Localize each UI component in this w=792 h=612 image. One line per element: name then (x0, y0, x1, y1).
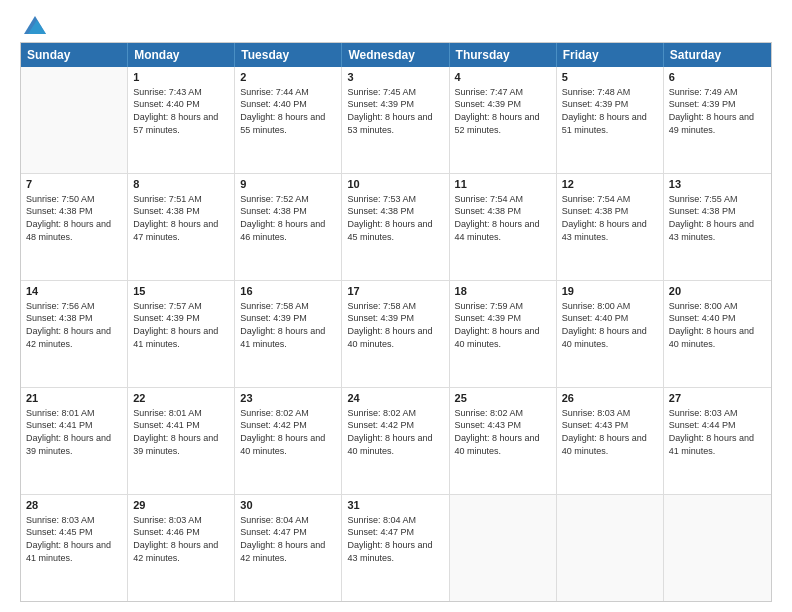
day-number: 19 (562, 284, 658, 299)
day-number: 4 (455, 70, 551, 85)
cell-info: Sunrise: 7:51 AMSunset: 4:38 PMDaylight:… (133, 193, 229, 243)
day-number: 29 (133, 498, 229, 513)
calendar-row: 28Sunrise: 8:03 AMSunset: 4:45 PMDayligh… (21, 494, 771, 601)
weekday-header: Saturday (664, 43, 771, 67)
weekday-header: Monday (128, 43, 235, 67)
calendar-cell: 5Sunrise: 7:48 AMSunset: 4:39 PMDaylight… (557, 67, 664, 173)
header (20, 16, 772, 32)
day-number: 11 (455, 177, 551, 192)
day-number: 9 (240, 177, 336, 192)
calendar-cell: 6Sunrise: 7:49 AMSunset: 4:39 PMDaylight… (664, 67, 771, 173)
calendar-cell: 26Sunrise: 8:03 AMSunset: 4:43 PMDayligh… (557, 388, 664, 494)
cell-info: Sunrise: 7:54 AMSunset: 4:38 PMDaylight:… (455, 193, 551, 243)
calendar-cell: 8Sunrise: 7:51 AMSunset: 4:38 PMDaylight… (128, 174, 235, 280)
day-number: 26 (562, 391, 658, 406)
cell-info: Sunrise: 8:02 AMSunset: 4:42 PMDaylight:… (347, 407, 443, 457)
cell-info: Sunrise: 8:00 AMSunset: 4:40 PMDaylight:… (669, 300, 766, 350)
cell-info: Sunrise: 8:01 AMSunset: 4:41 PMDaylight:… (26, 407, 122, 457)
calendar-body: 1Sunrise: 7:43 AMSunset: 4:40 PMDaylight… (21, 67, 771, 601)
calendar-cell: 13Sunrise: 7:55 AMSunset: 4:38 PMDayligh… (664, 174, 771, 280)
day-number: 6 (669, 70, 766, 85)
logo (20, 16, 46, 32)
day-number: 16 (240, 284, 336, 299)
calendar-cell: 19Sunrise: 8:00 AMSunset: 4:40 PMDayligh… (557, 281, 664, 387)
cell-info: Sunrise: 7:47 AMSunset: 4:39 PMDaylight:… (455, 86, 551, 136)
calendar-cell: 10Sunrise: 7:53 AMSunset: 4:38 PMDayligh… (342, 174, 449, 280)
calendar: SundayMondayTuesdayWednesdayThursdayFrid… (20, 42, 772, 602)
calendar-row: 21Sunrise: 8:01 AMSunset: 4:41 PMDayligh… (21, 387, 771, 494)
calendar-row: 1Sunrise: 7:43 AMSunset: 4:40 PMDaylight… (21, 67, 771, 173)
cell-info: Sunrise: 7:56 AMSunset: 4:38 PMDaylight:… (26, 300, 122, 350)
calendar-cell: 16Sunrise: 7:58 AMSunset: 4:39 PMDayligh… (235, 281, 342, 387)
cell-info: Sunrise: 7:49 AMSunset: 4:39 PMDaylight:… (669, 86, 766, 136)
calendar-cell: 9Sunrise: 7:52 AMSunset: 4:38 PMDaylight… (235, 174, 342, 280)
day-number: 20 (669, 284, 766, 299)
calendar-cell: 18Sunrise: 7:59 AMSunset: 4:39 PMDayligh… (450, 281, 557, 387)
cell-info: Sunrise: 8:04 AMSunset: 4:47 PMDaylight:… (347, 514, 443, 564)
calendar-cell: 7Sunrise: 7:50 AMSunset: 4:38 PMDaylight… (21, 174, 128, 280)
cell-info: Sunrise: 7:50 AMSunset: 4:38 PMDaylight:… (26, 193, 122, 243)
calendar-cell: 24Sunrise: 8:02 AMSunset: 4:42 PMDayligh… (342, 388, 449, 494)
day-number: 22 (133, 391, 229, 406)
calendar-cell: 22Sunrise: 8:01 AMSunset: 4:41 PMDayligh… (128, 388, 235, 494)
cell-info: Sunrise: 8:02 AMSunset: 4:42 PMDaylight:… (240, 407, 336, 457)
day-number: 31 (347, 498, 443, 513)
calendar-cell: 1Sunrise: 7:43 AMSunset: 4:40 PMDaylight… (128, 67, 235, 173)
day-number: 15 (133, 284, 229, 299)
cell-info: Sunrise: 7:55 AMSunset: 4:38 PMDaylight:… (669, 193, 766, 243)
calendar-header: SundayMondayTuesdayWednesdayThursdayFrid… (21, 43, 771, 67)
day-number: 5 (562, 70, 658, 85)
calendar-cell: 11Sunrise: 7:54 AMSunset: 4:38 PMDayligh… (450, 174, 557, 280)
day-number: 1 (133, 70, 229, 85)
calendar-cell (664, 495, 771, 601)
calendar-row: 14Sunrise: 7:56 AMSunset: 4:38 PMDayligh… (21, 280, 771, 387)
calendar-cell: 30Sunrise: 8:04 AMSunset: 4:47 PMDayligh… (235, 495, 342, 601)
weekday-header: Wednesday (342, 43, 449, 67)
day-number: 7 (26, 177, 122, 192)
cell-info: Sunrise: 7:58 AMSunset: 4:39 PMDaylight:… (347, 300, 443, 350)
day-number: 28 (26, 498, 122, 513)
day-number: 14 (26, 284, 122, 299)
calendar-cell: 4Sunrise: 7:47 AMSunset: 4:39 PMDaylight… (450, 67, 557, 173)
logo-icon (24, 16, 46, 34)
calendar-cell: 25Sunrise: 8:02 AMSunset: 4:43 PMDayligh… (450, 388, 557, 494)
cell-info: Sunrise: 7:54 AMSunset: 4:38 PMDaylight:… (562, 193, 658, 243)
cell-info: Sunrise: 7:59 AMSunset: 4:39 PMDaylight:… (455, 300, 551, 350)
calendar-cell: 14Sunrise: 7:56 AMSunset: 4:38 PMDayligh… (21, 281, 128, 387)
calendar-cell (450, 495, 557, 601)
calendar-cell: 17Sunrise: 7:58 AMSunset: 4:39 PMDayligh… (342, 281, 449, 387)
calendar-cell: 20Sunrise: 8:00 AMSunset: 4:40 PMDayligh… (664, 281, 771, 387)
cell-info: Sunrise: 8:03 AMSunset: 4:46 PMDaylight:… (133, 514, 229, 564)
calendar-cell: 3Sunrise: 7:45 AMSunset: 4:39 PMDaylight… (342, 67, 449, 173)
calendar-cell: 28Sunrise: 8:03 AMSunset: 4:45 PMDayligh… (21, 495, 128, 601)
day-number: 25 (455, 391, 551, 406)
day-number: 2 (240, 70, 336, 85)
day-number: 8 (133, 177, 229, 192)
calendar-cell (557, 495, 664, 601)
weekday-header: Sunday (21, 43, 128, 67)
calendar-cell: 12Sunrise: 7:54 AMSunset: 4:38 PMDayligh… (557, 174, 664, 280)
page: SundayMondayTuesdayWednesdayThursdayFrid… (0, 0, 792, 612)
weekday-header: Friday (557, 43, 664, 67)
cell-info: Sunrise: 8:03 AMSunset: 4:45 PMDaylight:… (26, 514, 122, 564)
day-number: 30 (240, 498, 336, 513)
calendar-cell: 23Sunrise: 8:02 AMSunset: 4:42 PMDayligh… (235, 388, 342, 494)
calendar-cell: 31Sunrise: 8:04 AMSunset: 4:47 PMDayligh… (342, 495, 449, 601)
cell-info: Sunrise: 7:44 AMSunset: 4:40 PMDaylight:… (240, 86, 336, 136)
day-number: 23 (240, 391, 336, 406)
calendar-cell: 15Sunrise: 7:57 AMSunset: 4:39 PMDayligh… (128, 281, 235, 387)
day-number: 13 (669, 177, 766, 192)
cell-info: Sunrise: 7:58 AMSunset: 4:39 PMDaylight:… (240, 300, 336, 350)
weekday-header: Thursday (450, 43, 557, 67)
day-number: 18 (455, 284, 551, 299)
cell-info: Sunrise: 7:48 AMSunset: 4:39 PMDaylight:… (562, 86, 658, 136)
cell-info: Sunrise: 7:43 AMSunset: 4:40 PMDaylight:… (133, 86, 229, 136)
cell-info: Sunrise: 8:04 AMSunset: 4:47 PMDaylight:… (240, 514, 336, 564)
day-number: 3 (347, 70, 443, 85)
calendar-cell: 2Sunrise: 7:44 AMSunset: 4:40 PMDaylight… (235, 67, 342, 173)
cell-info: Sunrise: 7:52 AMSunset: 4:38 PMDaylight:… (240, 193, 336, 243)
day-number: 12 (562, 177, 658, 192)
day-number: 10 (347, 177, 443, 192)
calendar-cell (21, 67, 128, 173)
weekday-header: Tuesday (235, 43, 342, 67)
